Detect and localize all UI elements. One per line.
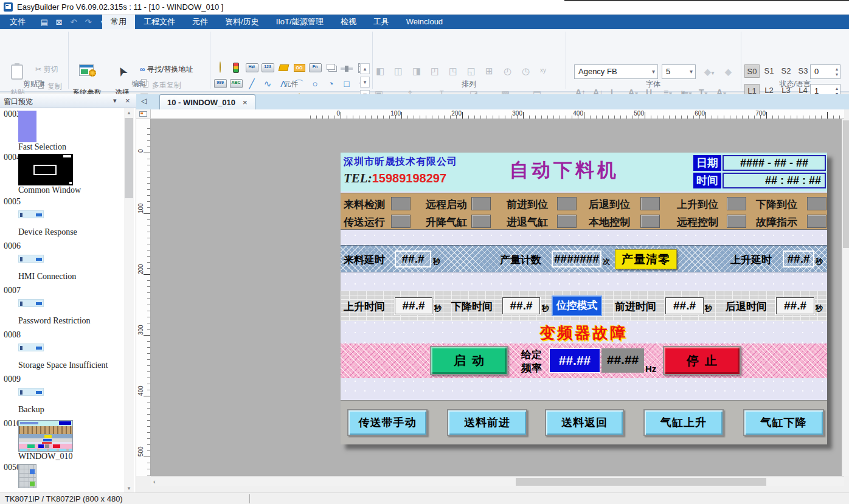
set-word-icon[interactable]: 123 [260,62,275,75]
indicator-label[interactable]: 进退气缸 [507,215,548,229]
state-spinner[interactable]: 0 ▴ ▾ [810,64,840,79]
menu-tab-资料/历史[interactable]: 资料/历史 [217,15,268,29]
window-item-0008[interactable]: 0008Storage Space Insufficient [0,329,124,373]
window-item-0010[interactable]: 0010WINDOW_010 [0,418,124,461]
timer-label[interactable]: 后退时间 [726,300,767,314]
menu-tab-检视[interactable]: 检视 [332,15,365,29]
start-button[interactable]: 启动 [430,346,508,375]
find-replace-address-button[interactable]: ∞ 寻找/替换地址 [140,64,193,75]
export-icon[interactable]: ⊠ [54,18,64,27]
scrollbar-thumb[interactable] [516,478,766,486]
position-mode-button[interactable]: 位控模式 [552,295,602,316]
unit-label[interactable]: 秒 [434,303,442,314]
timer-label[interactable]: 下降时间 [451,300,493,314]
indicator-lamp[interactable] [557,197,577,210]
numeric-input[interactable]: ##.# [395,297,432,314]
indicator-lamp[interactable] [807,197,826,210]
indicator-label[interactable]: 升降气缸 [426,215,467,229]
indicator-label[interactable]: 下降到位 [756,198,797,212]
set-bit-icon[interactable]: H⇄ [244,62,259,75]
feedback-frequency-display[interactable]: ##.## [601,348,644,373]
font-family-select[interactable]: Agency FB▾ [574,64,658,79]
window-item-0007[interactable]: 0007Password Restriction [0,285,124,329]
telephone-text[interactable]: TEL:15989198297 [344,171,446,186]
menu-tab-工程文件[interactable]: 工程文件 [135,15,184,29]
timer-label[interactable]: 前进时间 [615,300,656,314]
menu-tab-元件[interactable]: 元件 [184,15,217,29]
indicator-label[interactable]: 故障指示 [756,215,797,229]
window-item-0009[interactable]: 0009Backup [0,373,124,418]
indicator-lamp[interactable] [727,197,746,210]
font-size-select[interactable]: 5▾ [662,64,696,79]
unit-label[interactable]: 次 [603,257,610,267]
delay-label[interactable]: 产量计数 [500,253,541,267]
numeric-input[interactable]: ##.# [776,297,814,314]
indicator-label[interactable]: 前进到位 [507,198,548,212]
tab-close-icon[interactable]: × [243,98,248,107]
unit-label[interactable]: 秒 [816,303,823,314]
timer-label[interactable]: 上升时间 [344,300,385,314]
inverter-fault-text[interactable]: 变频器故障 [341,323,827,343]
indicator-label[interactable]: 远程控制 [677,215,718,229]
menu-tab-常用[interactable]: 常用 [102,15,135,29]
spinner-up-icon[interactable]: ▴ [836,67,838,72]
panel-close-icon[interactable]: × [125,96,130,105]
scroll-down-icon[interactable]: ▾ [124,485,134,491]
unit-label[interactable]: 秒 [816,257,823,267]
panel-scrollbar[interactable]: ▴ ▾ [124,108,134,492]
tab-nav-back-icon[interactable]: ◁ [141,97,147,105]
time-display[interactable]: ## : ## : ## [723,173,826,188]
indicator-lamp[interactable] [727,215,746,228]
indicator-label[interactable]: 远程启动 [426,198,467,212]
save-icon[interactable]: ▤ [39,18,50,27]
menu-tab-工具[interactable]: 工具 [365,15,398,29]
format-painter-icon[interactable]: ◆▾ [704,67,714,77]
indicator-lamp[interactable] [807,215,826,228]
scrollbar-thumb[interactable] [125,118,133,198]
numeric-input[interactable]: ##.# [665,297,704,314]
canvas-tab[interactable]: 10 - WINDOW_010× [159,94,255,109]
window-item-0050[interactable]: 0050 [0,461,124,492]
manual-button-1[interactable]: 送料前进 [447,409,527,436]
window-item-0005[interactable]: 0005Device Response [0,196,124,240]
toggle-switch-icon[interactable] [276,62,291,75]
time-label[interactable]: 时间 [693,173,721,188]
window-item-0006[interactable]: 0006HMI Connection [0,240,124,285]
indicator-lamp[interactable] [557,215,577,228]
scrollbar-thumb[interactable] [843,120,849,248]
scroll-up-icon[interactable]: ▴ [124,109,134,116]
panel-menu-caret-icon[interactable]: ▾ [113,97,117,105]
hmi-window-010[interactable]: 深圳市昕晟技术有限公司 TEL:15989198297 自动下料机 日期 ###… [341,153,827,444]
function-key-icon[interactable]: Fn [308,62,322,75]
indicator-lamp[interactable] [471,215,491,228]
set-frequency-input[interactable]: ##.## [549,348,600,373]
indicator-lamp[interactable] [391,197,411,210]
freq-label-line2[interactable]: 频率 [521,361,542,375]
cut-button[interactable]: ✂ 剪切 [35,64,58,75]
window-item-0003[interactable]: 0003Fast Selection [0,108,124,151]
spinner-down-icon[interactable]: ▾ [836,72,838,77]
date-label[interactable]: 日期 [693,155,721,171]
numeric-input[interactable]: ##.# [502,297,540,314]
indicator-label[interactable]: 上升到位 [677,198,718,212]
scroll-left-icon[interactable]: ‹ [153,478,156,485]
unit-label[interactable]: 秒 [433,257,440,267]
state-button-S1[interactable]: S1 [761,64,777,78]
indicator-lamp[interactable] [391,215,411,228]
freq-label-line1[interactable]: 给定 [521,348,542,362]
date-display[interactable]: #### - ## - ## [723,155,826,171]
stop-button[interactable]: 停止 [663,346,741,375]
manual-button-4[interactable]: 气缸下降 [743,409,824,436]
file-menu-button[interactable]: 文件 [0,15,35,29]
screen-title-text[interactable]: 自动下料机 [510,157,619,183]
numeric-display[interactable]: ####### [552,250,601,268]
delay-label[interactable]: 上升延时 [730,253,772,267]
state-button-S2[interactable]: S2 [778,64,794,78]
word-lamp-icon[interactable] [229,62,243,75]
unit-label[interactable]: 秒 [542,303,549,314]
horizontal-scrollbar[interactable]: ‹ [151,476,844,486]
undo-icon[interactable]: ↶ [68,18,79,27]
manual-button-2[interactable]: 送料返回 [545,409,624,436]
delay-label[interactable]: 来料延时 [344,253,385,267]
multi-state-switch-icon[interactable] [324,62,338,75]
